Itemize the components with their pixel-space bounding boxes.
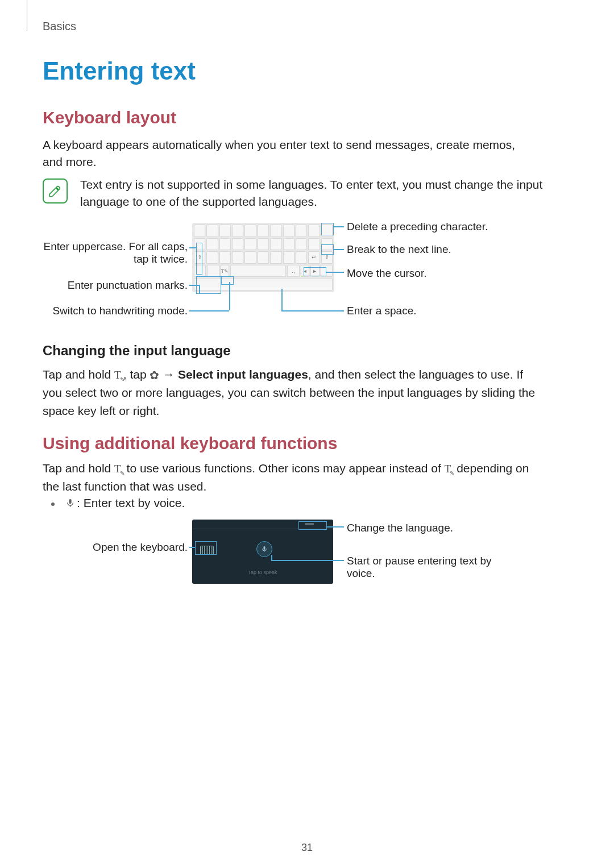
kb-label-punctuation: Enter punctuation marks. [68, 279, 188, 292]
section-keyboard-layout-text: A keyboard appears automatically when yo… [43, 136, 532, 171]
gear-icon: ✿ [150, 367, 159, 384]
page-title: Entering text [43, 57, 196, 85]
section-additional-functions-title: Using additional keyboard functions [43, 434, 337, 453]
kb-label-uppercase-b: tap it twice. [134, 253, 188, 265]
section-additional-functions-text: Tap and hold T✎ to use various functions… [43, 459, 537, 495]
note-block: Text entry is not supported in some lang… [43, 176, 543, 211]
microphone-icon [65, 497, 75, 509]
note-icon [43, 178, 68, 203]
t-pen-icon: T✎ [114, 461, 123, 477]
svg-rect-2 [264, 546, 265, 550]
voice-label-open-keyboard: Open the keyboard. [93, 541, 188, 554]
pencil-note-icon [48, 184, 63, 198]
header-section-label: Basics [43, 20, 76, 33]
t-pen-icon: T✎ [114, 367, 123, 384]
kb-label-uppercase-a: Enter uppercase. For all caps, [44, 240, 188, 253]
keyboard-diagram: ⇧ ↵ ⇧ T✎ ., ◂▸ Enter uppercase. For all … [43, 221, 543, 323]
page-number: 31 [0, 842, 614, 854]
kb-label-handwriting: Switch to handwriting mode. [52, 305, 188, 317]
t-pen-icon: T✎ [445, 461, 454, 477]
subsection-changing-input-language-title: Changing the input language [43, 343, 231, 359]
bullet-voice-input: : Enter text by voice. [51, 496, 185, 510]
voice-label-start-pause: Start or pause entering text by voice. [347, 555, 517, 580]
bullet-dot-icon [51, 502, 55, 506]
kb-label-cursor: Move the cursor. [347, 267, 426, 280]
voice-tap-to-speak-label: Tap to speak [192, 570, 333, 575]
svg-rect-0 [69, 499, 71, 504]
kb-label-nextline: Break to the next line. [347, 243, 451, 256]
subsection-changing-input-language-text: Tap and hold T✎, tap ✿ → Select input la… [43, 366, 537, 420]
page-margin-line [27, 0, 27, 31]
kb-label-delete: Delete a preceding character. [347, 221, 488, 233]
voice-mic-button-icon [256, 541, 272, 557]
section-keyboard-layout-title: Keyboard layout [43, 108, 176, 127]
voice-label-change-language: Change the language. [347, 522, 453, 534]
kb-label-space: Enter a space. [347, 305, 417, 317]
voice-input-diagram: Tap to speak Open the keyboard. Change t… [43, 518, 543, 592]
note-text: Text entry is not supported in some lang… [80, 176, 543, 211]
